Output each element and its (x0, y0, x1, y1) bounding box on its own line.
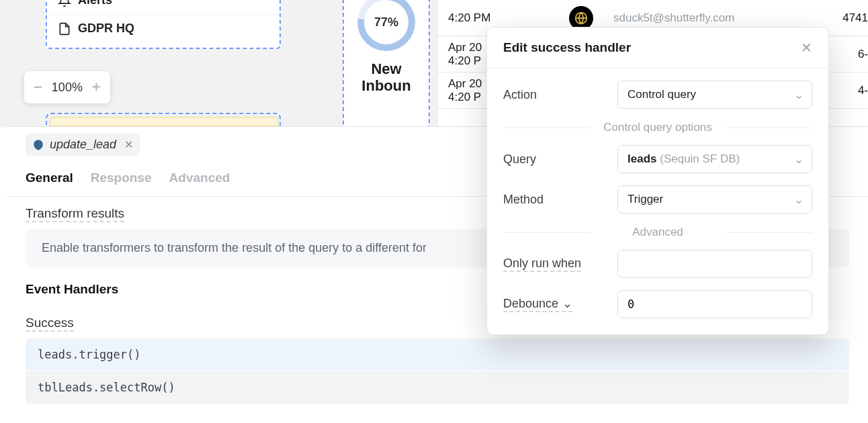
progress-value: 77% (374, 15, 398, 30)
sidebar-card[interactable]: Alerts GDPR HQ (46, 0, 281, 49)
chevron-down-icon: ⌄ (794, 193, 804, 207)
gauge-label: New Inboun (349, 60, 423, 95)
edit-success-handler-popover: Edit success handler ✕ Action Control qu… (486, 27, 829, 335)
query-select[interactable]: leads (Sequin SF DB) ⌄ (617, 145, 812, 173)
handler-row[interactable]: tblLeads.selectRow() (26, 371, 849, 404)
only-run-when-label: Only run when (503, 256, 581, 272)
globe-icon (574, 11, 589, 26)
tab-response[interactable]: Response (91, 171, 152, 185)
canvas-area: Alerts GDPR HQ 77% New Inboun − 100% + (0, 0, 437, 128)
bell-icon (58, 0, 71, 7)
file-icon (58, 22, 71, 36)
tab-general[interactable]: General (26, 171, 73, 185)
chevron-down-icon: ⌄ (562, 296, 572, 311)
transform-results-heading: Transform results (26, 206, 124, 222)
query-tab-chip[interactable]: update_lead ✕ (26, 134, 140, 156)
debounce-label[interactable]: Debounce⌄ (503, 296, 572, 312)
close-icon[interactable]: ✕ (801, 40, 812, 56)
sidebar-item-alerts[interactable]: Alerts (47, 0, 279, 15)
gauge-card[interactable]: 77% New Inboun (343, 0, 430, 128)
chevron-down-icon: ⌄ (794, 88, 804, 102)
popover-title: Edit success handler (503, 40, 631, 55)
tab-advanced[interactable]: Advanced (169, 171, 230, 185)
query-name: update_lead (50, 138, 116, 152)
debounce-input[interactable] (617, 290, 812, 318)
only-run-when-input[interactable] (617, 250, 812, 278)
sidebar-item-label: GDPR HQ (78, 21, 134, 36)
chevron-down-icon: ⌄ (794, 152, 804, 167)
postgres-icon (32, 139, 44, 151)
zoom-out-button[interactable]: − (34, 79, 42, 96)
action-select[interactable]: Control query ⌄ (617, 81, 812, 109)
zoom-control: − 100% + (24, 71, 110, 103)
highlighted-component[interactable] (46, 113, 281, 128)
zoom-in-button[interactable]: + (92, 79, 101, 96)
success-handlers-list: leads.trigger() tblLeads.selectRow() (26, 338, 849, 404)
zoom-value: 100% (52, 81, 83, 95)
handler-row[interactable]: leads.trigger() (26, 338, 849, 371)
row-time: 4:20 PM (448, 11, 549, 25)
query-label: Query (503, 152, 536, 167)
action-label: Action (503, 88, 537, 102)
control-query-divider: Control query options (503, 121, 812, 134)
close-icon[interactable]: ✕ (124, 138, 133, 151)
sidebar-item-label: Alerts (78, 0, 112, 7)
row-email: sduck5t@shutterfly.com (613, 11, 822, 25)
row-id: 4- (858, 84, 868, 97)
advanced-divider: Advanced (503, 226, 812, 239)
method-label: Method (503, 193, 544, 207)
row-id: 6- (858, 48, 868, 61)
progress-ring: 77% (357, 0, 415, 51)
sidebar-item-gdpr[interactable]: GDPR HQ (47, 15, 279, 42)
method-select[interactable]: Trigger ⌄ (617, 185, 812, 214)
row-id: 4741 (842, 11, 868, 25)
success-heading: Success (26, 316, 74, 332)
